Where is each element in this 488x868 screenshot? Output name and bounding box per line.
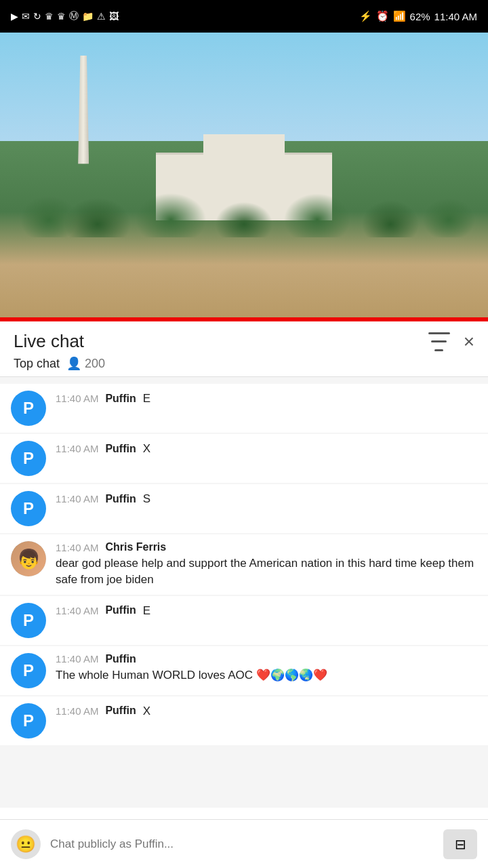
emoji-button[interactable]: 😐 — [11, 829, 41, 859]
video-player[interactable] — [0, 33, 488, 317]
table-row: P 11:40 AM Puffin X — [0, 434, 488, 483]
message-author: Puffin — [105, 653, 136, 665]
message-content: 11:40 AM Puffin E — [56, 603, 477, 621]
table-row: P 11:40 AM Puffin The whole Human WORLD … — [0, 646, 488, 695]
table-row: P 11:40 AM Puffin E — [0, 384, 488, 433]
avatar-photo: 👦 — [11, 541, 46, 576]
message-author: Puffin — [105, 443, 136, 455]
message-author: Puffin — [105, 493, 136, 505]
message-text: dear god please help and support the Ame… — [56, 555, 477, 588]
avatar: 👦 — [11, 541, 46, 576]
message-text: E — [143, 603, 150, 619]
chat-input-bar: 😐 ⊟ — [0, 819, 488, 868]
message-text: The whole Human WORLD loves AOC ❤️🌍🌎🌏❤️ — [56, 667, 477, 684]
message-time: 11:40 AM — [56, 705, 98, 717]
table-row: P 11:40 AM Puffin E — [0, 596, 488, 645]
header-actions: × — [428, 332, 474, 351]
wifi-icon: 📶 — [393, 10, 406, 22]
send-icon: ⊟ — [455, 836, 466, 852]
message-time: 11:40 AM — [56, 493, 98, 505]
live-chat-title: Live chat — [14, 331, 84, 352]
chat-header: Live chat × Top chat 👤 200 — [0, 321, 488, 377]
table-row: P 11:40 AM Puffin S — [0, 484, 488, 533]
message-content: 11:40 AM Chris Ferris dear god please he… — [56, 541, 477, 588]
top-chat-label[interactable]: Top chat — [14, 357, 60, 371]
message-author: Chris Ferris — [105, 541, 166, 553]
message-text: X — [143, 441, 150, 457]
close-button[interactable]: × — [464, 332, 474, 351]
table-row: 👦 11:40 AM Chris Ferris dear god please … — [0, 534, 488, 595]
message-text: X — [143, 703, 150, 719]
chat-input[interactable] — [50, 829, 434, 860]
viewer-number: 200 — [85, 357, 105, 371]
time-display: 11:40 AM — [434, 11, 477, 22]
send-button[interactable]: ⊟ — [443, 829, 477, 859]
chat-messages-list: P 11:40 AM Puffin E P 11:40 AM Puffin X … — [0, 377, 488, 808]
person-icon: 👤 — [66, 356, 81, 371]
message-author: Puffin — [105, 604, 136, 616]
status-right: ⚡ ⏰ 📶 62% 11:40 AM — [359, 10, 477, 22]
bluetooth-icon: ⚡ — [359, 10, 372, 22]
message-content: 11:40 AM Puffin S — [56, 491, 477, 509]
viewer-count: 👤 200 — [66, 356, 105, 371]
message-time: 11:40 AM — [56, 653, 98, 665]
message-time: 11:40 AM — [56, 605, 98, 616]
message-content: 11:40 AM Puffin The whole Human WORLD lo… — [56, 653, 477, 684]
avatar: P — [11, 391, 46, 426]
trees-decoration — [0, 149, 488, 237]
message-text: E — [143, 391, 150, 407]
message-time: 11:40 AM — [56, 542, 98, 553]
message-author: Puffin — [105, 393, 136, 405]
avatar: P — [11, 603, 46, 638]
message-time: 11:40 AM — [56, 393, 98, 404]
emoji-icon: 😐 — [16, 835, 36, 854]
avatar: P — [11, 703, 46, 738]
chat-mode-row: Top chat 👤 200 — [14, 356, 474, 371]
message-content: 11:40 AM Puffin E — [56, 391, 477, 409]
battery-text: 62% — [410, 11, 430, 22]
status-icons: ▶ ✉ ↻ ♛ ♛ Ⓜ 📁 ⚠ 🖼 — [11, 10, 119, 22]
message-content: 11:40 AM Puffin X — [56, 441, 477, 459]
message-content: 11:40 AM Puffin X — [56, 703, 477, 722]
status-bar: ▶ ✉ ↻ ♛ ♛ Ⓜ 📁 ⚠ 🖼 ⚡ ⏰ 📶 62% 11:40 AM — [0, 0, 488, 33]
filter-button[interactable] — [428, 332, 450, 351]
message-time: 11:40 AM — [56, 443, 98, 454]
avatar: P — [11, 653, 46, 688]
avatar: P — [11, 441, 46, 476]
message-author: Puffin — [105, 705, 136, 717]
alarm-icon: ⏰ — [376, 10, 389, 22]
avatar: P — [11, 491, 46, 526]
table-row: P 11:40 AM Puffin X — [0, 696, 488, 745]
message-text: S — [143, 491, 150, 507]
